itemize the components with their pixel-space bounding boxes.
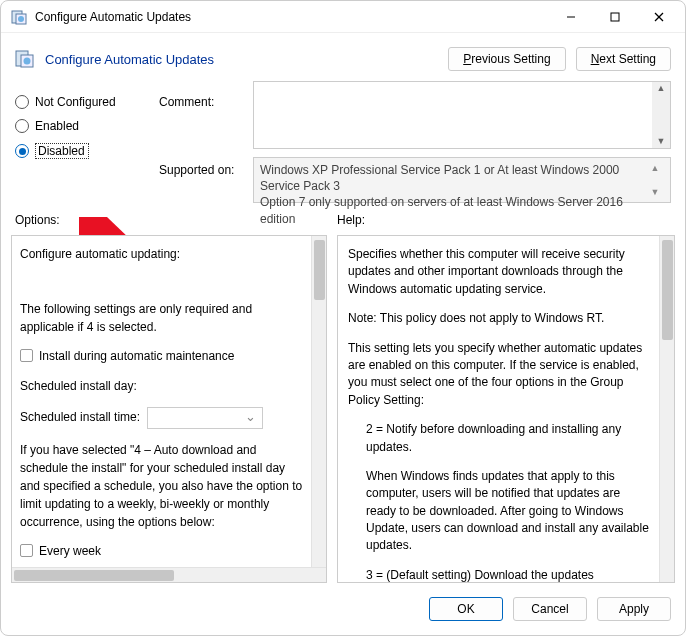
ok-button[interactable]: OK	[429, 597, 503, 621]
comment-field[interactable]: ▲▼	[253, 81, 671, 149]
apply-button[interactable]: Apply	[597, 597, 671, 621]
supported-label: Supported on:	[159, 163, 243, 177]
pane-labels: Options: Help:	[1, 211, 685, 229]
checkbox-label: Every week	[39, 544, 101, 558]
scheduled-day-row: Scheduled install day:	[18, 378, 305, 395]
help-paragraph: 2 = Notify before downloading and instal…	[348, 421, 653, 456]
titlebar: Configure Automatic Updates	[1, 1, 685, 33]
radio-not-configured[interactable]: Not Configured	[15, 95, 149, 109]
options-pane: Configure automatic updating: The follow…	[11, 235, 327, 583]
help-paragraph: Note: This policy does not apply to Wind…	[348, 310, 653, 327]
scheduled-time-combo[interactable]	[147, 407, 263, 429]
minimize-button[interactable]	[549, 2, 593, 32]
state-radios: Not Configured Enabled Disabled	[15, 81, 149, 203]
scheduled-time-row: Scheduled install time:	[18, 407, 305, 429]
options-vscrollbar[interactable]	[311, 236, 326, 567]
install-maintenance-checkbox[interactable]: Install during automatic maintenance	[18, 348, 305, 365]
svg-rect-4	[611, 13, 619, 21]
help-paragraph: When Windows finds updates that apply to…	[348, 468, 653, 555]
policy-icon	[11, 9, 27, 25]
page-title: Configure Automatic Updates	[45, 52, 438, 67]
scrollbar[interactable]: ▲▼	[652, 82, 670, 148]
help-paragraph: Specifies whether this computer will rec…	[348, 246, 653, 298]
maximize-button[interactable]	[593, 2, 637, 32]
help-paragraph: 3 = (Default setting) Download the updat…	[348, 567, 653, 582]
radio-enabled[interactable]: Enabled	[15, 119, 149, 133]
radio-label: Enabled	[35, 119, 79, 133]
configure-updating-label: Configure automatic updating:	[18, 246, 305, 263]
field-labels: Comment: Supported on:	[159, 81, 243, 203]
supported-on-field: Windows XP Professional Service Pack 1 o…	[253, 157, 671, 203]
options-label: Options:	[15, 213, 337, 227]
help-paragraph: This setting lets you specify whether au…	[348, 340, 653, 410]
next-setting-button[interactable]: Next Setting	[576, 47, 671, 71]
previous-setting-button[interactable]: Previous Setting	[448, 47, 565, 71]
radio-label: Disabled	[35, 143, 89, 159]
settings-block: Not Configured Enabled Disabled Comment:…	[1, 77, 685, 211]
header-row: Configure Automatic Updates Previous Set…	[1, 33, 685, 77]
radio-icon	[15, 95, 29, 109]
scrollbar[interactable]: ▲▼	[646, 162, 664, 198]
help-vscrollbar[interactable]	[659, 236, 674, 582]
checkbox-icon	[20, 544, 33, 557]
help-label: Help:	[337, 213, 365, 227]
every-week-checkbox[interactable]: Every week	[18, 543, 305, 560]
footer-buttons: OK Cancel Apply	[1, 589, 685, 635]
svg-point-9	[24, 58, 31, 65]
close-button[interactable]	[637, 2, 681, 32]
policy-header-icon	[15, 49, 35, 69]
svg-point-2	[18, 16, 24, 22]
radio-disabled[interactable]: Disabled	[15, 143, 149, 159]
radio-icon	[15, 119, 29, 133]
radio-icon	[15, 144, 29, 158]
comment-label: Comment:	[159, 95, 243, 109]
checkbox-label: Install during automatic maintenance	[39, 349, 234, 363]
checkbox-icon	[20, 349, 33, 362]
cancel-button[interactable]: Cancel	[513, 597, 587, 621]
required-note: The following settings are only required…	[18, 301, 305, 336]
help-pane: Specifies whether this computer will rec…	[337, 235, 675, 583]
schedule-note: If you have selected "4 – Auto download …	[18, 441, 305, 531]
radio-label: Not Configured	[35, 95, 116, 109]
window-title: Configure Automatic Updates	[35, 10, 549, 24]
options-hscrollbar[interactable]	[12, 567, 326, 582]
